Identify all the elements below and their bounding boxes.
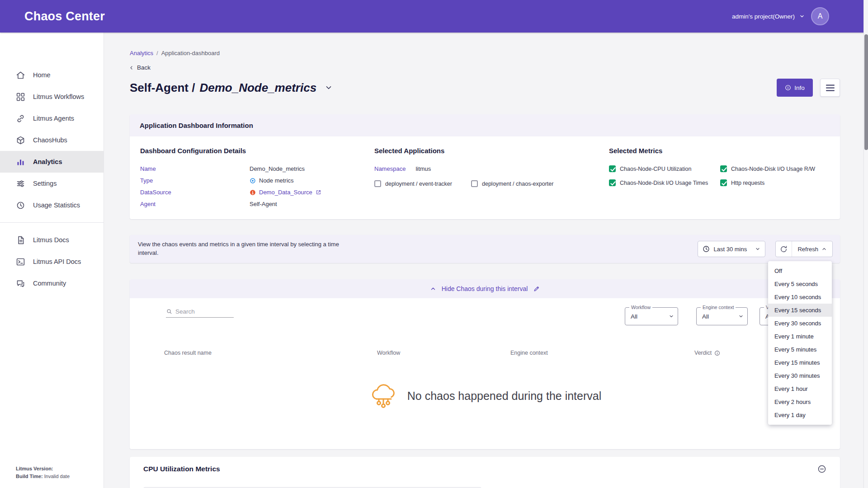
- time-interval-bar: View the chaos events and metrics in a g…: [130, 235, 840, 263]
- metric-checkbox-cpu-utilization[interactable]: Chaos-Node-CPU Utilization: [609, 165, 720, 172]
- metric-checkbox-http-requests[interactable]: Http requests: [720, 179, 815, 186]
- hide-chaos-toggle[interactable]: Hide Chaos during this interval: [130, 279, 840, 298]
- breadcrumb: Analytics / Application-dashboard: [130, 50, 220, 56]
- refresh-icon[interactable]: [776, 241, 792, 257]
- docs-icon: [16, 235, 25, 245]
- engine-context-filter[interactable]: Engine context All: [696, 307, 748, 325]
- sidebar-nav: Home Litmus Workflows Litmus Agents Chao…: [0, 33, 104, 294]
- external-link-icon[interactable]: [316, 189, 321, 195]
- avatar[interactable]: A: [811, 7, 829, 25]
- empty-state: No chaos happened during the interval: [130, 381, 840, 411]
- scrollbar-thumb[interactable]: [864, 34, 868, 150]
- menu-option-every-1-day[interactable]: Every 1 day: [768, 408, 832, 422]
- namespace-row: Namespace litmus: [374, 165, 553, 172]
- checkbox-icon: [609, 165, 616, 172]
- sidebar-item-litmus-docs[interactable]: Litmus Docs: [0, 229, 104, 251]
- sidebar-item-community[interactable]: Community: [0, 272, 104, 294]
- info-icon: [785, 84, 791, 91]
- agents-icon: [16, 114, 25, 123]
- menu-option-every-2-hours[interactable]: Every 2 hours: [768, 395, 832, 408]
- verdict-info-icon[interactable]: [714, 350, 720, 356]
- sidebar-item-litmus-agents[interactable]: Litmus Agents: [0, 108, 104, 129]
- menu-option-every-10-seconds[interactable]: Every 10 seconds: [768, 291, 832, 304]
- breadcrumb-separator: /: [156, 50, 158, 56]
- sidebar: Home Litmus Workflows Litmus Agents Chao…: [0, 33, 104, 488]
- usage-statistics-icon: [16, 201, 25, 210]
- column-verdict: Verdict: [694, 350, 720, 356]
- search-field: [166, 308, 234, 318]
- workflow-filter[interactable]: Workflow All: [625, 307, 678, 325]
- checkbox-icon: [374, 180, 381, 187]
- app-header: Chaos Center admin's project(Owner) A: [0, 0, 868, 33]
- menu-option-off[interactable]: Off: [768, 264, 832, 277]
- field-name: Name Demo_Node_metrics: [140, 165, 321, 172]
- refresh-control[interactable]: Refresh: [775, 241, 833, 257]
- menu-option-every-15-minutes[interactable]: Every 15 minutes: [768, 356, 832, 369]
- sidebar-item-usage-statistics[interactable]: Usage Statistics: [0, 194, 104, 216]
- sidebar-item-analytics[interactable]: Analytics: [0, 151, 104, 173]
- time-range-select[interactable]: Last 30 mins: [698, 241, 765, 257]
- settings-icon: [16, 179, 25, 188]
- sidebar-item-litmus-api-docs[interactable]: Litmus API Docs: [0, 251, 104, 272]
- filter-label: Engine context: [701, 305, 736, 310]
- chevron-up-icon: [430, 286, 436, 292]
- breadcrumb-analytics-link[interactable]: Analytics: [130, 50, 153, 56]
- chevron-down-icon: [755, 246, 760, 252]
- app-title: Chaos Center: [24, 9, 105, 23]
- sidebar-item-label: Litmus Agents: [33, 115, 74, 122]
- checkbox-label: deployment / chaos-exporter: [482, 181, 553, 187]
- empty-state-message: No chaos happened during the interval: [407, 389, 601, 403]
- refresh-label: Refresh: [797, 246, 818, 253]
- checkbox-label: Http requests: [731, 180, 764, 186]
- menu-option-every-1-minute[interactable]: Every 1 minute: [768, 330, 832, 343]
- sidebar-item-label: Community: [33, 280, 66, 287]
- collapse-minus-icon[interactable]: [817, 465, 826, 474]
- header-right: admin's project(Owner) A: [732, 7, 829, 25]
- cpu-card-header: CPU Utilization Metrics: [130, 457, 840, 481]
- column-chaos-result-name: Chaos result name: [164, 350, 212, 356]
- checkbox-label: deployment / event-tracker: [385, 181, 452, 187]
- hamburger-icon: [826, 84, 835, 91]
- title-chevron-down-icon[interactable]: [325, 84, 333, 92]
- chevron-down-icon: [799, 14, 805, 19]
- menu-option-every-1-hour[interactable]: Every 1 hour: [768, 382, 832, 395]
- chevron-up-icon: [821, 246, 827, 252]
- sidebar-item-litmus-workflows[interactable]: Litmus Workflows: [0, 86, 104, 108]
- hide-chaos-label: Hide Chaos during this interval: [442, 285, 528, 292]
- metric-checkbox-disk-io-times[interactable]: Chaos-Node-Disk I/O Usage Times: [609, 179, 720, 186]
- community-icon: [16, 279, 25, 288]
- menu-option-every-5-minutes[interactable]: Every 5 minutes: [768, 343, 832, 356]
- dashboard-config-section: Dashboard Configuration Details Name Dem…: [140, 147, 321, 212]
- datasource-link[interactable]: Demo_Data_Source: [259, 189, 312, 196]
- project-selector[interactable]: admin's project(Owner): [732, 13, 805, 20]
- checkbox-icon: [609, 179, 616, 186]
- field-datasource: DataSource Demo_Data_Source: [140, 189, 321, 196]
- menu-option-every-30-seconds[interactable]: Every 30 seconds: [768, 317, 832, 330]
- refresh-dropdown-toggle[interactable]: Refresh: [792, 246, 832, 253]
- build-time-label: Build Time:: [16, 474, 43, 479]
- sidebar-item-chaoshubs[interactable]: ChaosHubs: [0, 129, 104, 151]
- field-type: Type Node metrics: [140, 177, 321, 184]
- page-title-row: Self-Agent / Demo_Node_metrics Info: [130, 78, 840, 98]
- app-checkbox-chaos-exporter[interactable]: deployment / chaos-exporter: [471, 180, 553, 187]
- edit-pencil-icon[interactable]: [533, 286, 540, 292]
- litmus-version-label: Litmus Version:: [16, 466, 53, 471]
- menu-option-every-30-minutes[interactable]: Every 30 minutes: [768, 369, 832, 382]
- search-input[interactable]: [175, 308, 225, 315]
- sidebar-item-settings[interactable]: Settings: [0, 173, 104, 194]
- app-checkbox-event-tracker[interactable]: deployment / event-tracker: [374, 180, 452, 187]
- metric-checkbox-disk-io-rw[interactable]: Chaos-Node-Disk I/O Usage R/W: [720, 165, 815, 172]
- column-engine-context: Engine context: [510, 350, 548, 356]
- sidebar-item-label: Analytics: [33, 158, 62, 165]
- namespace-value: litmus: [415, 165, 431, 172]
- prometheus-icon: [250, 189, 256, 196]
- time-interval-description: View the chaos events and metrics in a g…: [138, 240, 350, 258]
- sidebar-item-home[interactable]: Home: [0, 64, 104, 86]
- dashboard-menu-button[interactable]: [820, 79, 840, 97]
- info-button[interactable]: Info: [777, 79, 813, 97]
- page-scrollbar[interactable]: [863, 0, 868, 488]
- checkbox-label: Chaos-Node-Disk I/O Usage R/W: [731, 166, 815, 172]
- back-button[interactable]: Back: [129, 64, 151, 71]
- menu-option-every-5-seconds[interactable]: Every 5 seconds: [768, 277, 832, 291]
- menu-option-every-15-seconds[interactable]: Every 15 seconds: [768, 304, 832, 317]
